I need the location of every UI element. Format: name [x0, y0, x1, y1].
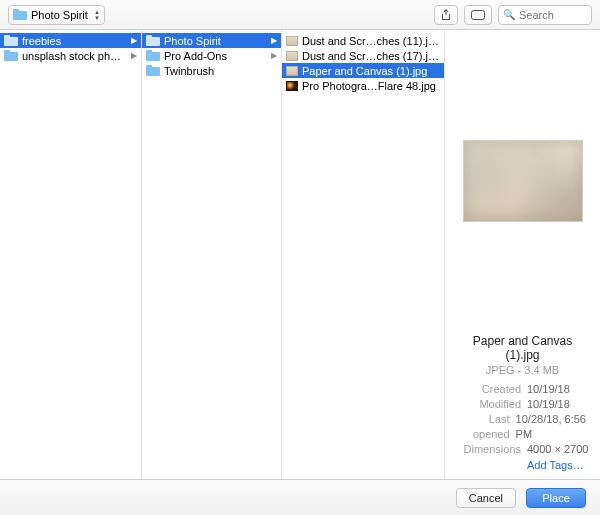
place-button[interactable]: Place: [526, 488, 586, 508]
column-1: freebies ▶ unsplash stock photo ▶: [0, 30, 142, 479]
preview-image: [463, 140, 583, 222]
file-thumbnail-icon: [286, 36, 298, 46]
value-last-opened: 10/28/18, 6:56 PM: [516, 412, 590, 442]
file-label: Pro Photogra…Flare 48.jpg: [302, 80, 440, 92]
file-thumbnail-icon: [286, 81, 298, 91]
preview-filename: Paper and Canvas(1).jpg: [455, 334, 590, 362]
folder-label: unsplash stock photo: [22, 50, 125, 62]
folder-label: Pro Add-Ons: [164, 50, 265, 62]
file-label: Dust and Scr…ches (11).jpg: [302, 35, 440, 47]
folder-icon: [146, 35, 160, 46]
folder-icon: [4, 50, 18, 61]
file-row[interactable]: Paper and Canvas (1).jpg: [282, 63, 444, 78]
search-field[interactable]: 🔍: [498, 5, 592, 25]
value-created: 10/19/18: [527, 382, 570, 397]
label-modified: Modified: [455, 397, 521, 412]
file-label: Paper and Canvas (1).jpg: [302, 65, 440, 77]
folder-label: Photo Spirit: [164, 35, 265, 47]
file-metadata: Paper and Canvas(1).jpg JPEG - 3.4 MB Cr…: [445, 328, 600, 479]
share-icon: [441, 9, 451, 21]
label-last-opened: Last opened: [455, 412, 510, 442]
folder-row[interactable]: Twinbrush: [142, 63, 281, 78]
path-popup[interactable]: Photo Spirit ▲▼: [8, 5, 105, 25]
column-3: Dust and Scr…ches (11).jpg Dust and Scr……: [282, 30, 445, 479]
share-button[interactable]: [434, 5, 458, 25]
toolbar: Photo Spirit ▲▼ 🔍: [0, 0, 600, 30]
current-directory-label: Photo Spirit: [31, 9, 88, 21]
chevron-right-icon: ▶: [131, 51, 137, 60]
file-thumbnail-icon: [286, 66, 298, 76]
file-row[interactable]: Dust and Scr…ches (11).jpg: [282, 33, 444, 48]
folder-icon: [13, 9, 27, 20]
open-in-finder-button[interactable]: [464, 5, 492, 25]
file-open-dialog: Photo Spirit ▲▼ 🔍 freebies ▶: [0, 0, 600, 515]
folder-row[interactable]: unsplash stock photo ▶: [0, 48, 141, 63]
window-icon: [471, 10, 485, 20]
file-row[interactable]: Pro Photogra…Flare 48.jpg: [282, 78, 444, 93]
column-2: Photo Spirit ▶ Pro Add-Ons ▶ Twinbrush: [142, 30, 282, 479]
folder-label: Twinbrush: [164, 65, 277, 77]
file-row[interactable]: Dust and Scr…ches (17).jpg: [282, 48, 444, 63]
folder-icon: [146, 65, 160, 76]
folder-label: freebies: [22, 35, 125, 47]
label-created: Created: [455, 382, 521, 397]
chevron-right-icon: ▶: [131, 36, 137, 45]
file-label: Dust and Scr…ches (17).jpg: [302, 50, 440, 62]
value-modified: 10/19/18: [527, 397, 570, 412]
search-icon: 🔍: [503, 9, 515, 20]
add-tags-link[interactable]: Add Tags…: [527, 459, 590, 471]
folder-row[interactable]: Photo Spirit ▶: [142, 33, 281, 48]
chevron-right-icon: ▶: [271, 51, 277, 60]
search-input[interactable]: [519, 9, 587, 21]
folder-icon: [4, 35, 18, 46]
cancel-button[interactable]: Cancel: [456, 488, 516, 508]
file-thumbnail-icon: [286, 51, 298, 61]
folder-row[interactable]: freebies ▶: [0, 33, 141, 48]
preview-area: [445, 33, 600, 328]
svg-rect-0: [472, 10, 485, 19]
dialog-footer: Cancel Place: [0, 479, 600, 515]
preview-type-size: JPEG - 3.4 MB: [455, 364, 590, 376]
folder-icon: [146, 50, 160, 61]
column-browser: freebies ▶ unsplash stock photo ▶ Photo …: [0, 30, 600, 479]
label-dimensions: Dimensions: [455, 442, 521, 457]
popup-arrows-icon: ▲▼: [94, 9, 100, 21]
preview-column: Paper and Canvas(1).jpg JPEG - 3.4 MB Cr…: [445, 30, 600, 479]
chevron-right-icon: ▶: [271, 36, 277, 45]
folder-row[interactable]: Pro Add-Ons ▶: [142, 48, 281, 63]
value-dimensions: 4000 × 2700: [527, 442, 588, 457]
